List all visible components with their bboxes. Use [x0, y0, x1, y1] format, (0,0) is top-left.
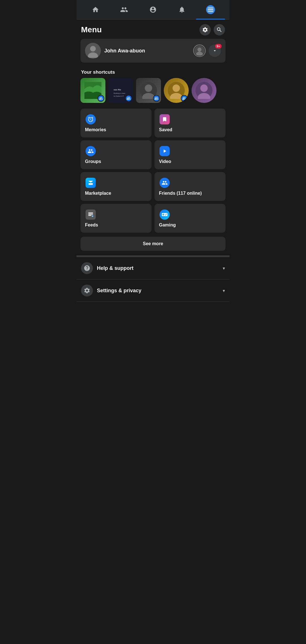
shortcut-image	[192, 78, 216, 103]
nav-notifications[interactable]	[167, 3, 196, 16]
settings-button[interactable]	[199, 24, 211, 35]
shortcut-image	[164, 78, 189, 103]
shortcut-image	[136, 78, 161, 103]
groups-icon	[85, 145, 96, 157]
page-header: Menu	[76, 20, 230, 39]
shortcuts-label: Your shortcuts	[76, 67, 230, 78]
chevron-down-icon-settings: ▾	[223, 288, 225, 293]
story-avatar	[194, 46, 205, 56]
nav-friends[interactable]	[110, 3, 139, 16]
top-navigation	[76, 0, 230, 20]
avatar	[85, 43, 101, 59]
profile-name: John Awa-abuon	[104, 48, 145, 54]
saved-icon	[159, 114, 170, 125]
feeds-label: Feeds	[85, 223, 147, 228]
profile-actions: 9+	[193, 45, 221, 57]
menu-item-gaming[interactable]: Gaming	[154, 204, 226, 233]
friends-label: Friends (117 online)	[159, 191, 221, 196]
chevron-down-icon: ▾	[223, 266, 225, 271]
settings-privacy-left: Settings & privacy	[81, 285, 141, 296]
svg-rect-23	[88, 215, 92, 216]
memories-icon	[85, 114, 96, 125]
svg-rect-21	[88, 213, 93, 213]
profile-info: John Awa-abuon	[85, 43, 145, 59]
header-actions	[199, 24, 225, 35]
shortcuts-row: oss Riv Building a state he Nation's P	[76, 78, 230, 109]
settings-privacy-label: Settings & privacy	[97, 288, 141, 294]
video-label: Video	[159, 159, 221, 164]
profile-nav-icon	[149, 6, 157, 14]
menu-grid: Memories Saved Groups	[76, 109, 230, 233]
friends-icon	[159, 177, 170, 188]
shortcut-badge	[97, 95, 104, 102]
shortcut-badge	[125, 95, 132, 102]
page-title: Menu	[81, 25, 102, 34]
shortcut-badge	[153, 95, 160, 102]
nav-home[interactable]	[81, 3, 110, 16]
shortcut-image	[80, 78, 105, 103]
menu-item-memories[interactable]: Memories	[80, 109, 152, 137]
notification-dropdown-button[interactable]: 9+	[209, 45, 221, 57]
help-icon	[81, 262, 93, 274]
bottom-section: Help & support ▾ Settings & privacy ▾	[76, 255, 230, 302]
menu-item-video[interactable]: Video	[154, 140, 226, 169]
home-icon	[92, 6, 99, 14]
groups-label: Groups	[85, 159, 147, 164]
notification-count: 9+	[215, 44, 222, 48]
gaming-label: Gaming	[159, 223, 221, 228]
friends-nav-icon	[120, 6, 128, 14]
shortcut-item[interactable]	[192, 78, 216, 103]
nav-profile[interactable]	[139, 3, 167, 16]
shortcut-item[interactable]	[164, 78, 189, 103]
svg-rect-22	[88, 214, 93, 215]
help-label: Help & support	[97, 265, 133, 271]
svg-point-4	[197, 48, 201, 52]
menu-item-marketplace[interactable]: Marketplace	[80, 172, 152, 201]
settings-privacy-icon	[81, 285, 93, 296]
see-more-button[interactable]: See more	[80, 237, 226, 251]
shortcut-image: oss Riv Building a state he Nation's P	[108, 78, 133, 103]
menu-item-saved[interactable]: Saved	[154, 109, 226, 137]
shortcut-item[interactable]	[136, 78, 161, 103]
svg-point-19	[200, 84, 208, 92]
marketplace-icon	[85, 177, 96, 188]
menu-item-friends[interactable]: Friends (117 online)	[154, 172, 226, 201]
search-button[interactable]	[214, 24, 225, 35]
feeds-icon	[85, 209, 96, 220]
menu-item-groups[interactable]: Groups	[80, 140, 152, 169]
help-support-item[interactable]: Help & support ▾	[76, 257, 230, 279]
gaming-icon	[159, 209, 170, 220]
svg-point-1	[90, 46, 96, 52]
shortcut-item[interactable]: oss Riv Building a state he Nation's P	[108, 78, 133, 103]
shortcut-item[interactable]	[80, 78, 105, 103]
menu-item-feeds[interactable]: Feeds	[80, 204, 152, 233]
saved-label: Saved	[159, 127, 221, 132]
svg-text:he Nation's P: he Nation's P	[114, 95, 124, 97]
svg-point-16	[173, 84, 180, 92]
shortcut-badge	[181, 95, 188, 102]
svg-point-13	[145, 84, 152, 92]
nav-menu[interactable]	[196, 3, 225, 16]
story-ring[interactable]	[193, 45, 206, 57]
svg-text:oss Riv: oss Riv	[114, 88, 121, 91]
bell-icon	[178, 6, 186, 14]
memories-label: Memories	[85, 127, 147, 132]
svg-text:Building a state: Building a state	[114, 92, 126, 94]
user-avatar-nav	[206, 5, 215, 14]
video-icon	[159, 145, 170, 157]
profile-card[interactable]: John Awa-abuon 9+	[80, 39, 226, 63]
settings-privacy-item[interactable]: Settings & privacy ▾	[76, 279, 230, 302]
help-support-left: Help & support	[81, 262, 133, 274]
marketplace-label: Marketplace	[85, 191, 147, 196]
